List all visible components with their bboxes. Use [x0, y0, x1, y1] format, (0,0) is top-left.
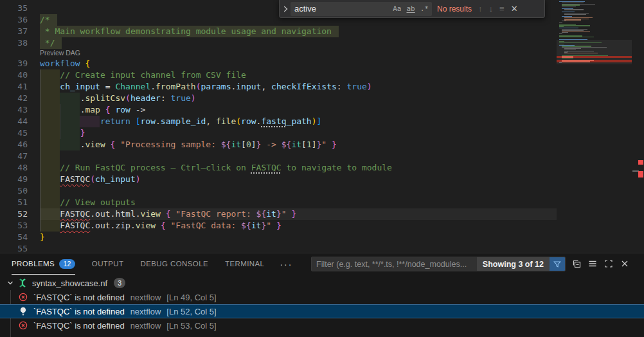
gutter-line-number[interactable]: 39: [0, 58, 28, 69]
gutter-line-number[interactable]: 37: [0, 26, 28, 37]
line-text: // Create input channel from CSV file: [40, 69, 246, 81]
token: [: [301, 139, 307, 150]
gutter-line-number[interactable]: 40: [0, 69, 28, 81]
find-widget: Aa ab .* No results ↑ ↓ ≡ ✕: [279, 0, 545, 18]
code-line-50[interactable]: 50: [0, 185, 469, 197]
gutter-line-number[interactable]: 53: [0, 220, 28, 232]
code-line-46[interactable]: 46 .view { "Processing sample: ${it[0]} …: [0, 139, 469, 150]
showing-count-badge: Showing 3 of 12: [477, 257, 550, 271]
whole-word-icon[interactable]: ab: [405, 4, 417, 14]
gutter-line-number[interactable]: 50: [0, 185, 28, 197]
code-line-49[interactable]: 49 FASTQC(ch_input): [0, 174, 469, 185]
editor: 3536/*37 * Main workflow demonstrating m…: [0, 0, 644, 253]
code-line-54[interactable]: 54}: [0, 232, 469, 243]
token: [40, 162, 60, 174]
code-line-52[interactable]: 52 FASTQC.out.html.view { "FastQC report…: [0, 208, 469, 220]
token: to navigate to module: [282, 162, 392, 174]
match-case-icon[interactable]: Aa: [391, 4, 403, 14]
problem-source: nextflow: [130, 307, 161, 316]
token: 1: [307, 139, 312, 150]
view-as-table-icon[interactable]: [587, 259, 598, 269]
gutter-line-number[interactable]: 41: [0, 81, 28, 93]
code-line-40[interactable]: 40 // Create input channel from CSV file: [0, 69, 469, 81]
find-close-icon[interactable]: ✕: [511, 4, 518, 14]
tab-terminal[interactable]: TERMINAL: [225, 253, 264, 275]
tab-debug-console[interactable]: DEBUG CONSOLE: [140, 253, 208, 275]
gutter-line-number[interactable]: 54: [0, 232, 28, 243]
token: [40, 116, 100, 127]
more-tabs-icon[interactable]: ···: [280, 259, 292, 269]
gutter-line-number[interactable]: 51: [0, 197, 28, 208]
codelens-preview-dag[interactable]: Preview DAG: [40, 49, 80, 58]
token: ": [266, 220, 271, 232]
close-panel-icon[interactable]: [620, 259, 631, 269]
token: (: [196, 81, 201, 93]
gutter-line-number[interactable]: 46: [0, 139, 28, 150]
gutter-line-number[interactable]: 44: [0, 116, 28, 127]
problem-row--53-5-[interactable]: `FASTQC` is not definednextflow[Ln 53, C…: [0, 318, 644, 332]
token: file: [216, 116, 236, 127]
overview-ruler[interactable]: [632, 0, 644, 253]
chevron-down-icon[interactable]: [5, 278, 15, 288]
code-line-39[interactable]: 39workflow {: [0, 58, 469, 69]
code-line-41[interactable]: 41 ch_input = Channel.fromPath(params.in…: [0, 81, 469, 93]
code-line-48[interactable]: 48 // Run FastQC process – Ctrl–click on…: [0, 162, 469, 174]
gutter-line-number[interactable]: 42: [0, 93, 28, 104]
token: [156, 220, 161, 232]
token: {: [85, 58, 90, 69]
find-in-selection-icon[interactable]: ≡: [499, 4, 505, 14]
token: input: [236, 81, 261, 93]
code-line-38[interactable]: 38 */: [0, 37, 469, 49]
token: [111, 104, 116, 116]
regex-icon[interactable]: .*: [418, 4, 431, 14]
gutter-line-number[interactable]: 45: [0, 127, 28, 139]
gutter-line-number[interactable]: 49: [0, 174, 28, 185]
problem-row--52-5-[interactable]: `FASTQC` is not definednextflow[Ln 52, C…: [0, 304, 644, 318]
error-mark: [638, 171, 643, 178]
line-text: }: [40, 232, 45, 243]
code-line-43[interactable]: 43 .map { row ->: [0, 104, 469, 116]
problem-row--49-5-[interactable]: `FASTQC` is not definednextflow[Ln 49, C…: [0, 290, 644, 304]
token: (: [236, 116, 241, 127]
find-previous-icon[interactable]: ↑: [478, 4, 483, 14]
line-text: * Main workflow demonstrating module usa…: [40, 26, 339, 37]
problems-filter-input[interactable]: [312, 260, 477, 269]
gutter-line-number[interactable]: 47: [0, 150, 28, 162]
code-line-44[interactable]: 44 return [row.sample_id, file(row.fastq…: [0, 116, 469, 127]
collapse-all-icon[interactable]: [571, 259, 582, 269]
gutter-line-number[interactable]: 55: [0, 243, 28, 253]
code-line-51[interactable]: 51 // View outputs: [0, 197, 469, 208]
gutter-line-number[interactable]: 38: [0, 37, 28, 49]
gutter-line-number[interactable]: 48: [0, 162, 28, 174]
code-line-37[interactable]: 37 * Main workflow demonstrating module …: [0, 26, 469, 37]
gutter-line-number[interactable]: 35: [0, 3, 28, 14]
find-input[interactable]: [294, 4, 389, 14]
code-area[interactable]: 3536/*37 * Main workflow demonstrating m…: [0, 0, 557, 253]
token: ,: [261, 81, 271, 93]
panel-header: PROBLEMS 12 OUTPUT DEBUG CONSOLE TERMINA…: [0, 253, 644, 275]
tab-problems[interactable]: PROBLEMS 12: [12, 253, 75, 275]
code-line-47[interactable]: 47: [0, 150, 469, 162]
tab-output[interactable]: OUTPUT: [92, 253, 124, 275]
find-next-icon[interactable]: ↓: [489, 4, 494, 14]
filter-funnel-icon[interactable]: [550, 257, 565, 271]
token: }: [276, 208, 282, 220]
problems-group-header[interactable]: syntax_showcase.nf 3: [0, 275, 644, 291]
token: [40, 139, 80, 150]
gutter-line-number[interactable]: 36: [0, 14, 28, 26]
problem-message: `FASTQC` is not defined: [33, 321, 125, 331]
toggle-replace-chevron-icon[interactable]: [280, 0, 291, 17]
code-line-42[interactable]: 42 .splitCsv(header: true): [0, 93, 469, 104]
token: it: [266, 208, 276, 220]
code-line-53[interactable]: 53 FASTQC.out.zip.view { "FastQC data: $…: [0, 220, 469, 232]
maximize-panel-icon[interactable]: [604, 259, 614, 269]
gutter-line-number[interactable]: 43: [0, 104, 28, 116]
token: 0: [246, 139, 251, 150]
code-line-45[interactable]: 45 }: [0, 127, 469, 139]
token: ": [321, 139, 326, 150]
code-line-55[interactable]: 55: [0, 243, 469, 253]
minimap[interactable]: [557, 0, 632, 253]
token: [40, 220, 60, 232]
token: checkIfExists: [271, 81, 337, 93]
gutter-line-number[interactable]: 52: [0, 208, 28, 220]
